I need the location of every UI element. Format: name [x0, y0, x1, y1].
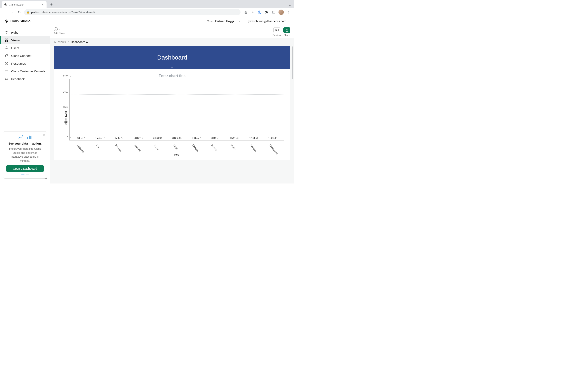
forward-button[interactable]: → — [9, 10, 15, 14]
bar-value-label: 536.75 — [115, 137, 123, 140]
user-menu[interactable]: gwashburne@dbservices.com ⌄ — [248, 20, 290, 23]
plus-icon: + — [54, 27, 58, 31]
plot-area: 438.371749.87536.752812.192363.043109.44… — [69, 79, 284, 141]
browser-toolbar: ← → ⟳ 🔒 platform.claris.com/console/apps… — [0, 8, 294, 16]
tab-strip: Claris Studio ✕ + ⌄ — [0, 0, 294, 8]
reload-button[interactable]: ⟳ — [17, 10, 22, 15]
breadcrumb-current: Dashboard 4 — [71, 40, 88, 44]
x-tick-label: Andrews — [68, 142, 82, 155]
y-tick: 2400 — [63, 90, 70, 93]
feedback-icon — [5, 77, 8, 81]
breadcrumb-root[interactable]: All Views — [54, 40, 66, 44]
bookmark-icon[interactable]: ☆ — [251, 10, 255, 14]
sidebar-item-label: Claris Connect — [11, 54, 31, 58]
x-tick-label: Smith — [222, 142, 236, 155]
banner-title: Dashboard — [157, 54, 187, 61]
y-tick: 800 — [64, 121, 70, 124]
x-tick-label: Sorvino — [242, 142, 255, 155]
sidebar-item-label: Users — [11, 46, 19, 50]
sidebar-item-label: Feedback — [11, 77, 25, 81]
profile-avatar[interactable] — [278, 9, 284, 15]
canvas: Dashboard ═ Enter chart title Sum: Total… — [50, 46, 294, 184]
chart-title-placeholder[interactable]: Enter chart title — [58, 72, 286, 79]
x-tick-label: Gill — [87, 142, 101, 155]
address-bar[interactable]: 🔒 platform.claris.com/console/apps?a=405… — [24, 9, 241, 15]
svg-rect-5 — [272, 11, 275, 13]
collapse-sidebar-button[interactable]: « — [45, 176, 47, 180]
sidebar-item-hubs[interactable]: Hubs — [0, 29, 50, 36]
extensions-icon[interactable] — [265, 10, 269, 14]
sidebar-item-views[interactable]: Views — [0, 36, 50, 44]
tab-title: Claris Studio — [9, 3, 24, 6]
lock-icon: 🔒 — [26, 11, 30, 14]
back-button[interactable]: ← — [2, 10, 7, 14]
x-tick-label: Thompson — [261, 142, 274, 155]
drag-handle-icon[interactable]: ═ — [171, 66, 173, 68]
x-tick-label: Howard — [107, 142, 121, 155]
share-page-icon[interactable] — [244, 10, 248, 14]
resources-icon — [5, 62, 8, 65]
kebab-menu-icon[interactable]: ⋮ — [287, 10, 291, 14]
team-switcher[interactable]: Team Partner Playgr… ⌄ — [207, 20, 240, 23]
tabs-expand-icon[interactable]: ⌄ — [288, 3, 291, 7]
editor-toolbar: +⌄ Add Object Preview Share — [50, 26, 294, 38]
svg-rect-21 — [27, 137, 28, 139]
x-tick-label: Morgan — [184, 142, 197, 155]
chevron-down-icon: ⌄ — [238, 20, 240, 23]
main-content: +⌄ Add Object Preview Share All Views / … — [50, 26, 294, 184]
share-button[interactable]: Share — [283, 27, 290, 36]
url-text: platform.claris.com/console/apps?a=405&m… — [31, 11, 95, 14]
connect-icon — [5, 54, 8, 58]
users-icon — [5, 46, 8, 50]
y-tick: 1600 — [63, 106, 70, 108]
promo-body: Import your data into Claris Studio and … — [6, 147, 44, 163]
breadcrumb: All Views / Dashboard 4 — [50, 38, 294, 46]
sidebar-item-feedback[interactable]: Feedback — [0, 75, 50, 83]
x-axis-label: Rep — [69, 153, 284, 156]
x-tick-label: Kivell — [164, 142, 178, 155]
svg-rect-22 — [29, 136, 30, 139]
favicon-icon — [4, 3, 7, 6]
bar-value-label: 3109.44 — [172, 137, 182, 140]
bar-value-label: 1387.77 — [191, 137, 201, 140]
browser-chrome: Claris Studio ✕ + ⌄ ← → ⟳ 🔒 platform.cla… — [0, 0, 294, 16]
sidebar: HubsViewsUsersClaris ConnectResourcesCla… — [0, 26, 50, 184]
dashboard-banner[interactable]: Dashboard ═ — [54, 46, 290, 69]
bar-value-label: 1203.11 — [268, 137, 277, 140]
svg-marker-1 — [5, 4, 7, 6]
sidebar-item-claris-customer-console[interactable]: Claris Customer Console — [0, 67, 50, 75]
browser-actions: ☆ ⋮ — [242, 9, 292, 15]
sidebar-item-label: Views — [11, 39, 20, 42]
close-icon[interactable]: ✕ — [41, 3, 44, 7]
svg-rect-13 — [7, 39, 8, 40]
x-tick-label: Parent — [203, 142, 216, 155]
svg-marker-8 — [6, 20, 7, 22]
bar-value-label: 3102.3 — [211, 137, 219, 140]
bar-value-label: 1641.43 — [230, 137, 239, 140]
sidebar-item-claris-connect[interactable]: Claris Connect — [0, 52, 50, 59]
open-dashboard-button[interactable]: Open a Dashboard — [6, 165, 44, 172]
svg-rect-12 — [5, 39, 6, 40]
sidebar-item-resources[interactable]: Resources — [0, 59, 50, 67]
chevron-down-icon: ⌄ — [287, 20, 290, 23]
hubs-icon — [5, 31, 8, 34]
sidepanel-icon[interactable] — [272, 10, 276, 14]
line-chart-icon — [18, 135, 24, 140]
y-tick: 3200 — [63, 75, 70, 78]
bar-value-label: 438.37 — [77, 137, 85, 140]
app-logo[interactable]: Claris Studio — [4, 19, 30, 23]
sidebar-item-users[interactable]: Users — [0, 44, 50, 52]
bar-value-label: 2812.19 — [134, 137, 143, 140]
console-icon — [5, 69, 8, 73]
scrollbar[interactable] — [292, 46, 293, 184]
svg-rect-4 — [259, 11, 260, 13]
preview-button[interactable]: Preview — [273, 27, 281, 36]
promo-pagination[interactable] — [6, 175, 44, 175]
browser-tab[interactable]: Claris Studio ✕ — [2, 1, 47, 8]
chart-panel[interactable]: Enter chart title Sum: Total 438.371749.… — [54, 69, 290, 160]
onepassword-icon[interactable] — [258, 10, 262, 14]
add-object-button[interactable]: +⌄ Add Object — [54, 27, 66, 34]
app-header: Claris Studio Team Partner Playgr… ⌄ gwa… — [0, 16, 294, 26]
close-icon[interactable]: ✕ — [42, 133, 45, 137]
new-tab-button[interactable]: + — [49, 2, 54, 7]
